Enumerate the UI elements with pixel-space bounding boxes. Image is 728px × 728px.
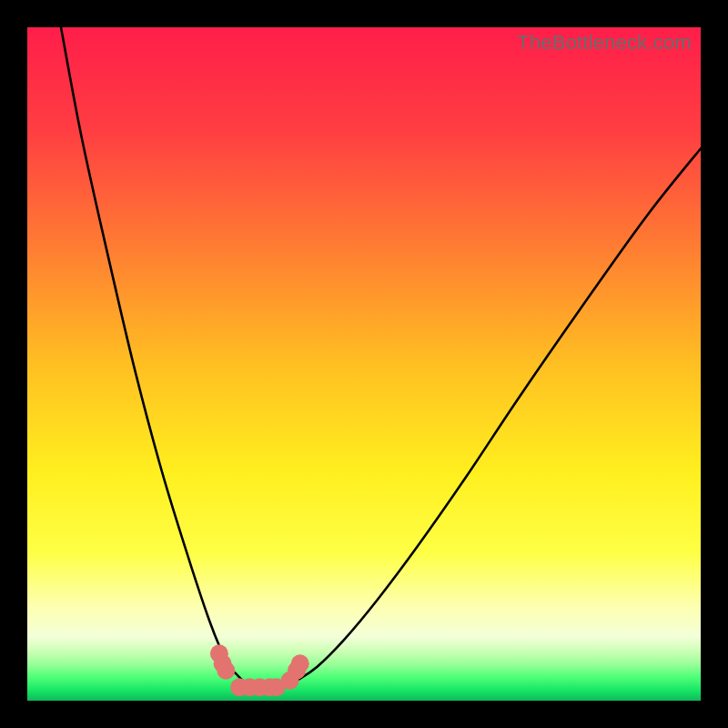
plot-area: TheBottleneck.com [27, 27, 701, 701]
chart-frame: TheBottleneck.com [0, 0, 728, 728]
curves-layer [27, 27, 701, 701]
valley-point [217, 662, 235, 680]
curve-left [61, 27, 257, 687]
valley-point [291, 654, 309, 672]
valley-markers [210, 644, 309, 696]
curve-right [283, 148, 701, 687]
watermark-text: TheBottleneck.com [517, 31, 692, 55]
